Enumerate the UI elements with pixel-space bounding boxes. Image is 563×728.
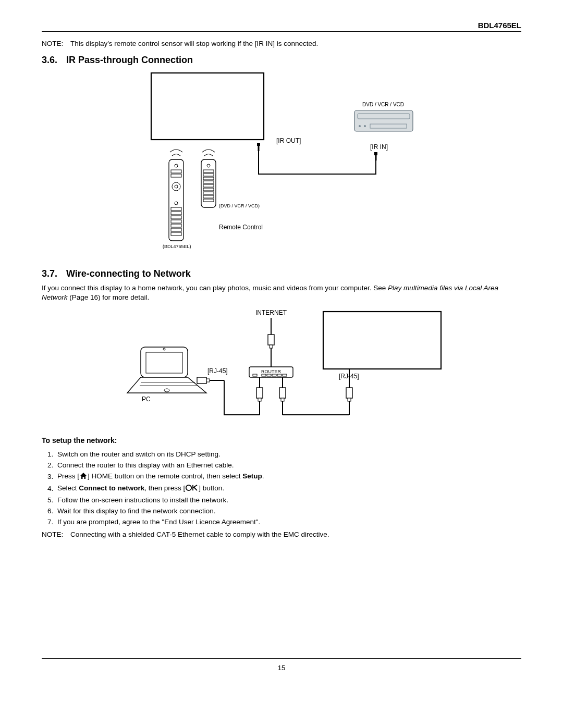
step-3-a: Press [ bbox=[57, 473, 79, 480]
svg-rect-7 bbox=[258, 146, 260, 151]
svg-rect-46 bbox=[256, 388, 263, 398]
step-3: Press [] HOME button on the remote contr… bbox=[55, 471, 521, 483]
svg-rect-51 bbox=[281, 398, 284, 401]
internet-label: INTERNET bbox=[255, 309, 287, 316]
para37-c: (Page 16) for more detail. bbox=[68, 293, 150, 301]
ir-out-label: [IR OUT] bbox=[276, 137, 301, 144]
rj45-plug-top-icon bbox=[268, 335, 274, 348]
section-3-6-title: IR Pass-through Connection bbox=[66, 55, 193, 65]
header-model: BDL4765EL bbox=[42, 21, 521, 32]
ir-in-label: [IR IN] bbox=[370, 143, 388, 151]
svg-rect-60 bbox=[206, 379, 210, 382]
step-4-c: , then press [ bbox=[144, 485, 185, 492]
step-7: If you are prompted, agree to the "End U… bbox=[55, 516, 521, 527]
note-label-bottom: NOTE: bbox=[42, 530, 70, 538]
step-7-a: If you are prompted, agree to the " bbox=[57, 518, 164, 526]
dvd-label-small: (DVD / VCR / VCD) bbox=[219, 203, 260, 208]
step-3-c: Setup bbox=[242, 473, 262, 480]
svg-point-3 bbox=[359, 125, 361, 127]
dvd-device-icon bbox=[354, 110, 413, 131]
rj45-plug-left-icon bbox=[256, 377, 263, 415]
figure-network: INTERNET ROUTER bbox=[42, 305, 521, 427]
step-3-d: . bbox=[262, 473, 264, 480]
setup-steps-list: Switch on the router and switch on its D… bbox=[42, 449, 521, 527]
step-5: Follow the on-screen instructions to ins… bbox=[55, 495, 521, 505]
plug-left-icon bbox=[257, 143, 260, 151]
bottom-note: NOTE: Connecting with a shielded CAT-5 E… bbox=[42, 530, 521, 538]
pc-label: PC bbox=[142, 396, 151, 403]
plug-right-icon bbox=[374, 152, 377, 161]
step-4-d: ] button. bbox=[199, 485, 224, 492]
section-3-7-title: Wire-connecting to Network bbox=[66, 268, 191, 279]
section-3-7-paragraph: If you connect this display to a home ne… bbox=[42, 283, 521, 302]
ir-passthrough-svg: DVD / VCR / VCD [IR OUT] [IR IN] bbox=[146, 70, 417, 257]
svg-rect-6 bbox=[257, 143, 260, 146]
section-3-7-num: 3.7. bbox=[42, 268, 64, 279]
top-note: NOTE: This display's remote control sens… bbox=[42, 40, 521, 47]
step-4: Select Connect to network, then press []… bbox=[55, 483, 521, 495]
figure-ir-passthrough: DVD / VCR / VCD [IR OUT] [IR IN] bbox=[42, 70, 521, 259]
model-small-label: (BDL4765EL) bbox=[163, 244, 191, 249]
laptop-icon bbox=[127, 347, 206, 393]
svg-rect-53 bbox=[141, 347, 188, 377]
svg-point-4 bbox=[364, 125, 366, 127]
svg-rect-36 bbox=[268, 335, 274, 345]
para37-a: If you connect this display to a home ne… bbox=[42, 284, 388, 292]
svg-rect-8 bbox=[374, 152, 377, 155]
remote-bdl-icon bbox=[169, 150, 183, 241]
rj45-left-label: [RJ-45] bbox=[207, 367, 228, 375]
remote-control-label: Remote Control bbox=[219, 224, 263, 231]
rj45-pc-icon bbox=[197, 377, 224, 384]
step-4-b: Connect to network bbox=[79, 485, 144, 492]
svg-rect-9 bbox=[375, 155, 377, 161]
svg-rect-37 bbox=[270, 345, 273, 348]
setup-network-heading: To setup the network: bbox=[42, 436, 521, 445]
step-4-a: Select bbox=[57, 485, 79, 492]
section-3-6-num: 3.6. bbox=[42, 55, 64, 66]
network-svg: INTERNET ROUTER bbox=[115, 305, 448, 425]
ok-icon bbox=[185, 484, 199, 493]
note-label: NOTE: bbox=[42, 40, 70, 47]
remote-dvd-icon bbox=[201, 150, 216, 207]
page-footer: 15 bbox=[21, 658, 542, 672]
svg-rect-59 bbox=[197, 377, 206, 384]
svg-rect-47 bbox=[258, 398, 261, 401]
step-7-c: ". bbox=[256, 518, 261, 526]
dvd-label-top: DVD / VCR / VCD bbox=[362, 102, 404, 107]
home-icon bbox=[79, 472, 88, 481]
rj45-plug-mid-icon bbox=[279, 377, 286, 415]
note-text-a: This display's remote control sensor wil… bbox=[70, 40, 256, 47]
section-3-6-heading: 3.6. IR Pass-through Connection bbox=[42, 55, 521, 66]
step-1: Switch on the router and switch on its D… bbox=[55, 449, 521, 460]
svg-point-66 bbox=[186, 485, 191, 490]
note-text: This display's remote control sensor wil… bbox=[70, 40, 318, 47]
section-3-7-heading: 3.7. Wire-connecting to Network bbox=[42, 268, 521, 279]
step-6: Wait for this display to find the networ… bbox=[55, 505, 521, 516]
svg-rect-0 bbox=[151, 73, 264, 140]
step-7-b: End User Licence Agreement bbox=[164, 518, 256, 526]
step-2: Connect the router to this display with … bbox=[55, 460, 521, 471]
note-text-bottom: Connecting with a shielded CAT-5 Etherne… bbox=[70, 530, 329, 538]
svg-rect-64 bbox=[348, 398, 351, 401]
display-icon bbox=[323, 312, 441, 369]
step-3-b: ] HOME button on the remote control, the… bbox=[88, 473, 242, 480]
router-label: ROUTER bbox=[261, 369, 282, 374]
svg-rect-50 bbox=[279, 388, 286, 398]
note-text-c: ] is connected. bbox=[273, 40, 318, 47]
svg-rect-63 bbox=[346, 388, 352, 398]
note-text-b: IR IN bbox=[256, 40, 273, 47]
page-number: 15 bbox=[278, 664, 285, 672]
